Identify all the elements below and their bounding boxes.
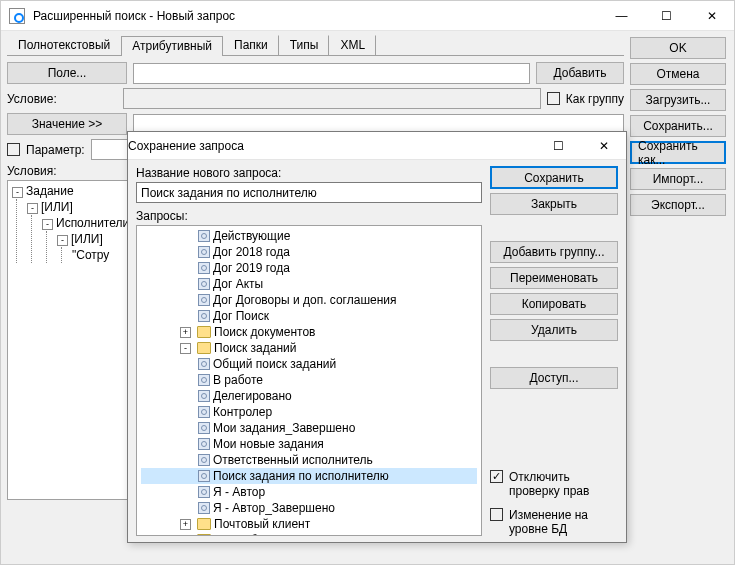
tree-item[interactable]: Общий поиск заданий [141, 356, 477, 372]
document-icon [198, 294, 210, 306]
document-icon [198, 390, 210, 402]
expander-icon[interactable]: - [12, 187, 23, 198]
expander-icon[interactable]: + [180, 535, 191, 537]
document-icon [198, 358, 210, 370]
disable-rights-checkbox[interactable]: ✓ [490, 470, 503, 483]
db-level-checkbox[interactable] [490, 508, 503, 521]
tree-item[interactable]: Я - Автор [141, 484, 477, 500]
tree-item-label: Я - Автор [213, 484, 265, 500]
minimize-button[interactable]: — [599, 1, 644, 31]
tree-item[interactable]: Дог Поиск [141, 308, 477, 324]
document-icon [198, 422, 210, 434]
search-tabs: Полнотекстовый Атрибутивный Папки Типы X… [7, 35, 624, 56]
ok-button[interactable]: OK [630, 37, 726, 59]
add-group-button[interactable]: Добавить группу... [490, 241, 618, 263]
tree-item-label: Делегировано [213, 388, 292, 404]
document-icon [198, 470, 210, 482]
dialog-close-button[interactable]: ✕ [581, 131, 626, 161]
document-icon [198, 486, 210, 498]
expander-icon[interactable]: - [27, 203, 38, 214]
tree-item[interactable]: Дог Договоры и доп. соглашения [141, 292, 477, 308]
tree-item[interactable]: Делегировано [141, 388, 477, 404]
query-name-label: Название нового запроса: [136, 166, 482, 180]
tree-item[interactable]: Дог 2019 года [141, 260, 477, 276]
tree-folder[interactable]: +Служебны [141, 532, 477, 536]
tab-folders[interactable]: Папки [223, 35, 279, 55]
access-button[interactable]: Доступ... [490, 367, 618, 389]
tab-attribute[interactable]: Атрибутивный [121, 36, 223, 56]
tree-item[interactable]: Я - Автор_Завершено [141, 500, 477, 516]
tree-item[interactable]: Поиск задания по исполнителю [141, 468, 477, 484]
document-icon [198, 262, 210, 274]
tree-item-label: Общий поиск заданий [213, 356, 336, 372]
main-titlebar: Расширенный поиск - Новый запрос — ☐ ✕ [1, 1, 734, 31]
add-button[interactable]: Добавить [536, 62, 624, 84]
tree-item[interactable]: Мои новые задания [141, 436, 477, 452]
tree-node[interactable]: Задание [26, 184, 74, 198]
db-level-label: Изменение на уровне БД [509, 508, 618, 536]
folder-icon [197, 534, 211, 536]
tree-item-label: Действующие [213, 228, 290, 244]
field-button[interactable]: Поле... [7, 62, 127, 84]
tree-item-label: Поиск задания по исполнителю [213, 468, 389, 484]
query-name-input[interactable] [136, 182, 482, 203]
tree-node[interactable]: [ИЛИ] [71, 232, 103, 246]
tree-item-label: Дог 2018 года [213, 244, 290, 260]
queries-tree[interactable]: ДействующиеДог 2018 годаДог 2019 годаДог… [136, 225, 482, 536]
cancel-button[interactable]: Отмена [630, 63, 726, 85]
document-icon [198, 438, 210, 450]
import-button[interactable]: Импорт... [630, 168, 726, 190]
dialog-close-btn[interactable]: Закрыть [490, 193, 618, 215]
copy-button[interactable]: Копировать [490, 293, 618, 315]
save-as-button[interactable]: Сохранить как... [630, 141, 726, 164]
document-icon [198, 230, 210, 242]
tree-item-label: Мои задания_Завершено [213, 420, 355, 436]
tree-node[interactable]: "Сотру [72, 248, 109, 262]
param-checkbox[interactable] [7, 143, 20, 156]
window-title: Расширенный поиск - Новый запрос [33, 9, 599, 23]
tree-item[interactable]: В работе [141, 372, 477, 388]
load-button[interactable]: Загрузить... [630, 89, 726, 111]
condition-select[interactable] [123, 88, 541, 109]
field-input[interactable] [133, 63, 530, 84]
tree-node[interactable]: Исполнители [56, 216, 129, 230]
expander-icon[interactable]: + [180, 519, 191, 530]
export-button[interactable]: Экспорт... [630, 194, 726, 216]
tree-node[interactable]: [ИЛИ] [41, 200, 73, 214]
close-button[interactable]: ✕ [689, 1, 734, 31]
tree-item[interactable]: Дог Акты [141, 276, 477, 292]
maximize-button[interactable]: ☐ [644, 1, 689, 31]
expander-icon[interactable]: - [180, 343, 191, 354]
tree-item[interactable]: Ответственный исполнитель [141, 452, 477, 468]
dialog-save-button[interactable]: Сохранить [490, 166, 618, 189]
expander-icon[interactable]: + [180, 327, 191, 338]
tree-folder[interactable]: -Поиск заданий [141, 340, 477, 356]
folder-icon [197, 518, 211, 530]
tree-folder[interactable]: +Поиск документов [141, 324, 477, 340]
document-icon [198, 454, 210, 466]
tree-item[interactable]: Действующие [141, 228, 477, 244]
tab-fulltext[interactable]: Полнотекстовый [7, 35, 121, 55]
document-icon [198, 374, 210, 386]
tree-item-label: Поиск документов [214, 324, 315, 340]
tree-item-label: Мои новые задания [213, 436, 324, 452]
tree-folder[interactable]: +Почтовый клиент [141, 516, 477, 532]
rename-button[interactable]: Переименовать [490, 267, 618, 289]
tree-item[interactable]: Мои задания_Завершено [141, 420, 477, 436]
tree-item-label: В работе [213, 372, 263, 388]
save-button[interactable]: Сохранить... [630, 115, 726, 137]
expander-icon[interactable]: - [42, 219, 53, 230]
expander-icon[interactable]: - [57, 235, 68, 246]
save-dialog: Сохранение запроса ☐ ✕ Название нового з… [127, 131, 627, 543]
tree-item[interactable]: Дог 2018 года [141, 244, 477, 260]
dialog-maximize-button[interactable]: ☐ [536, 131, 581, 161]
delete-button[interactable]: Удалить [490, 319, 618, 341]
tree-item-label: Почтовый клиент [214, 516, 310, 532]
value-button[interactable]: Значение >> [7, 113, 127, 135]
tree-item[interactable]: Контролер [141, 404, 477, 420]
tab-xml[interactable]: XML [329, 35, 376, 55]
tab-types[interactable]: Типы [279, 35, 330, 55]
param-label: Параметр: [26, 143, 85, 157]
tree-item-label: Дог Договоры и доп. соглашения [213, 292, 397, 308]
as-group-checkbox[interactable] [547, 92, 560, 105]
